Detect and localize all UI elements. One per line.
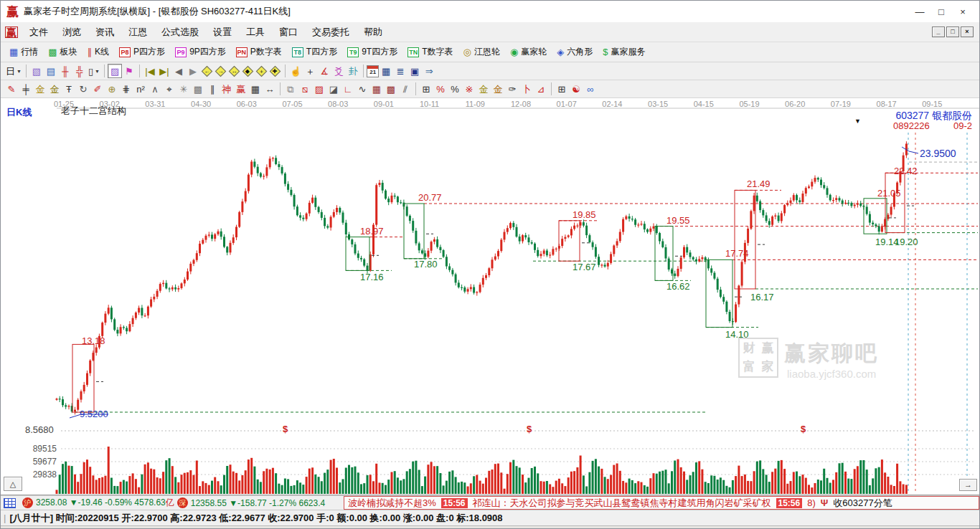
gold-line-icon[interactable]: 金 (491, 82, 505, 96)
scroll-right-button[interactable]: → (959, 479, 977, 491)
menu-item-window[interactable]: 窗口 (272, 27, 305, 37)
parallel-bars-icon[interactable]: ∥ (205, 82, 220, 96)
pen-tool-icon[interactable]: ✎ (4, 82, 19, 96)
speed-line-icon[interactable]: ⊿ (534, 82, 548, 96)
rect-tool-icon[interactable]: ⧉ (283, 82, 298, 96)
percent-icon[interactable]: % (448, 82, 462, 96)
starburst-icon[interactable]: ✳ (176, 82, 191, 96)
export-icon[interactable]: ⇒ (422, 64, 436, 78)
grid-123-icon[interactable]: ▦ (248, 82, 263, 96)
angle-tool-icon[interactable]: ∟ (341, 82, 355, 96)
menu-item-settings[interactable]: 设置 (206, 27, 239, 37)
notebook-icon[interactable]: ≣ (393, 64, 407, 78)
fibo-time-icon[interactable]: Ŧ (62, 82, 76, 96)
prev-bar-button[interactable]: ◀ (171, 64, 186, 78)
calculator-icon[interactable]: ▦ (379, 64, 393, 78)
menu-item-trade-order[interactable]: 交易委托 (305, 27, 357, 37)
p-square-button[interactable]: P8P四方形 (114, 46, 170, 58)
circle-cycle-icon[interactable]: ⊕ (105, 82, 119, 96)
volume-pane-toggle-button[interactable]: △ (4, 477, 22, 491)
child-close-button[interactable]: × (961, 27, 974, 37)
menu-item-file[interactable]: 文件 (22, 27, 55, 37)
shift-right-button[interactable]: → (215, 65, 227, 77)
candle-type-selector[interactable]: ▯▼ (87, 64, 101, 78)
close-button[interactable]: × (952, 5, 974, 19)
menu-item-tools[interactable]: 工具 (239, 27, 272, 37)
t-square-button[interactable]: T8T四方形 (287, 46, 342, 58)
zoom-all-button[interactable]: ✚ (270, 65, 281, 77)
yingjia-tool-icon[interactable]: 赢 (234, 82, 248, 96)
gold-circle-icon[interactable]: 金 (476, 82, 491, 96)
flag-mark-icon[interactable]: ⚑ (122, 64, 136, 78)
kline-chart[interactable]: 20.7718.9717.1617.8019.8517.6719.5516.62… (1, 98, 979, 495)
p-number-table-button[interactable]: PNP数字表 (231, 46, 287, 58)
taiji-icon[interactable]: ☯ (569, 82, 583, 96)
shen-tool-icon[interactable]: 神 (220, 82, 234, 96)
gold-section2-icon[interactable]: 金 (47, 82, 62, 96)
gann-box-icon[interactable]: ▨ (312, 82, 326, 96)
menu-item-browse[interactable]: 浏览 (55, 27, 88, 37)
spider-web-icon[interactable]: ▩ (191, 82, 205, 96)
dense-grid2-icon[interactable]: ▩ (384, 82, 398, 96)
hand-drag-icon[interactable]: ☝ (288, 64, 303, 78)
small-bars-9-icon[interactable]: ╬ (72, 64, 87, 78)
calendar-icon[interactable]: 21 (367, 65, 379, 77)
target-icon[interactable]: ⌖ (162, 82, 176, 96)
gold-section-icon[interactable]: 金 (33, 82, 47, 96)
hgrid-tool-icon[interactable]: ╪ (19, 82, 33, 96)
width-measure-icon[interactable]: ↔ (263, 82, 277, 96)
purple-seal-icon[interactable]: 爻 (331, 64, 346, 78)
child-restore-button[interactable]: □ (946, 27, 959, 37)
compress-h-button[interactable]: ◆ (242, 65, 254, 77)
percent-lines-icon[interactable]: ※ (462, 82, 476, 96)
hexagon-button[interactable]: ◈六角形 (552, 46, 598, 58)
sectors-button[interactable]: ▩板块 (43, 46, 82, 58)
child-minimize-button[interactable]: _ (932, 27, 945, 37)
period-day-selector[interactable]: 日▼ (4, 64, 23, 78)
cyan-seal-icon[interactable]: 卦 (346, 64, 360, 78)
small-bars-3-icon[interactable]: ╫ (58, 64, 72, 78)
angle-measure-icon[interactable]: ∡ (317, 64, 331, 78)
menu-item-gann[interactable]: 江恩 (121, 27, 154, 37)
t-number-table-button[interactable]: TNT数字表 (402, 46, 458, 58)
wave-tool-icon[interactable]: ∿ (355, 82, 369, 96)
kline-button[interactable]: ∥K线 (83, 46, 115, 58)
9t-square-button[interactable]: T99T四方形 (342, 46, 402, 58)
zoom-in-button[interactable]: ＋ (256, 65, 268, 77)
time-grid-icon[interactable]: ⋕ (119, 82, 133, 96)
spiral-icon[interactable]: ↻ (76, 82, 90, 96)
matrix-icon[interactable]: ⊞ (555, 82, 569, 96)
news-item[interactable]: 波岭楠拟减持不超3% (348, 497, 436, 510)
menu-item-formula-pick[interactable]: 公式选股 (154, 27, 206, 37)
winner-wheel-button[interactable]: ◉赢家轮 (505, 46, 552, 58)
rays-tool-icon[interactable]: ⧅ (298, 82, 312, 96)
news-ticker[interactable]: 波岭楠拟减持不超3% 15:56 祁连山：天水公司拟参与竞买武山县鸳鸯镇焦寺村建… (344, 496, 979, 510)
pen2-tool-icon[interactable]: ✐ (90, 82, 105, 96)
shadow-box-icon[interactable]: ◪ (326, 82, 341, 96)
first-bar-button[interactable]: |◀ (143, 64, 157, 78)
menu-item-help[interactable]: 帮助 (357, 27, 390, 37)
divine-tool-icon[interactable]: 卜 (519, 82, 534, 96)
expand-h-button[interactable]: ↔ (229, 65, 240, 77)
shift-left-button[interactable]: ← (202, 65, 213, 77)
save-icon[interactable]: ▣ (407, 64, 422, 78)
region-select-icon[interactable]: ▨ (108, 64, 122, 78)
gann-wheel-button[interactable]: ◎江恩轮 (458, 46, 505, 58)
brush-icon[interactable]: ✑ (505, 82, 519, 96)
crosshair-icon[interactable]: ＋ (303, 64, 317, 78)
news-item[interactable]: 祁连山：天水公司拟参与竞买武山县鸳鸯镇焦寺村建筑用角闪岩矿采矿权 (473, 497, 771, 510)
percent-red-icon[interactable]: % (433, 82, 448, 96)
quotes-button[interactable]: ▦行情 (4, 46, 43, 58)
maximize-button[interactable]: □ (930, 5, 952, 19)
winner-service-button[interactable]: $赢家服务 (598, 46, 650, 58)
chart-style-icon[interactable]: ▧ (29, 64, 44, 78)
mirror-icon[interactable]: ∧ (148, 82, 162, 96)
dense-grid-icon[interactable]: ▦ (369, 82, 384, 96)
menu-item-news[interactable]: 资讯 (88, 27, 121, 37)
minimize-button[interactable]: — (909, 5, 930, 19)
last-bar-button[interactable]: ▶| (157, 64, 171, 78)
quote-grid-icon[interactable] (4, 498, 16, 508)
parallel-lines-icon[interactable]: ⫽ (398, 82, 413, 96)
9p-square-button[interactable]: P99P四方形 (170, 46, 231, 58)
next-bar-button[interactable]: ▶ (186, 64, 200, 78)
